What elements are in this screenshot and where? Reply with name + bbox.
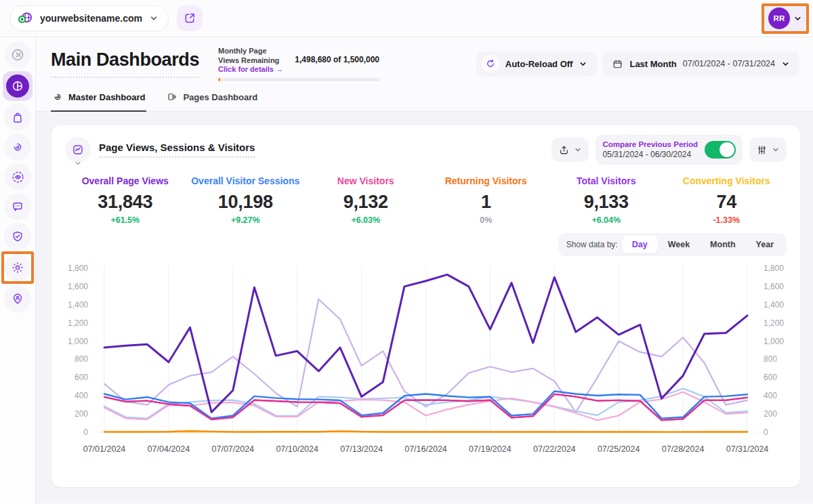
metric-value: 9,133 (546, 192, 667, 213)
spiral-icon (52, 91, 63, 102)
granularity-month[interactable]: Month (700, 236, 745, 253)
chart-plot[interactable] (93, 261, 758, 443)
sidebar-item-settings[interactable] (4, 254, 31, 281)
metric-delta: +6.03% (306, 215, 426, 225)
compare-range: 05/31/2024 - 06/30/2024 (602, 150, 698, 159)
compare-toggle[interactable] (705, 141, 736, 159)
metric-value: 1 (426, 192, 547, 213)
metric-delta: +6.04% (546, 215, 667, 225)
metric-overall-visitor-sessions[interactable]: Overall Visitor Sessions 10,198 +9.27% (186, 175, 306, 225)
sidebar-item-behavior[interactable] (4, 133, 31, 161)
y-axis-right: 1,8001,6001,4001,2001,0008006004002000 (758, 261, 787, 443)
content: Page Views, Sessions & Visitors Compare … (36, 112, 813, 503)
metric-value: 10,198 (186, 192, 306, 213)
quota-progress-fill (218, 78, 220, 81)
gear-icon (11, 261, 24, 274)
metric-label: Total Visitors (546, 175, 667, 186)
quota-progressbar (218, 78, 379, 81)
metric-value: 31,843 (65, 192, 186, 213)
spiral-icon (11, 140, 24, 154)
metric-value: 74 (667, 192, 787, 213)
settings-highlight-annotation (1, 251, 34, 284)
chart-settings-button[interactable] (749, 138, 787, 162)
sidebar-item-dashboards[interactable] (3, 71, 33, 101)
shield-check-icon (11, 230, 24, 243)
open-website-button[interactable] (177, 5, 203, 31)
website-selector[interactable]: yourwebsitename.com (9, 5, 169, 31)
quota-details-link[interactable]: Click for details → (218, 65, 288, 73)
page-header: Main Dashboards Monthly Page Views Remai… (36, 37, 813, 90)
metrics-row: Overall Page Views 31,843 +61.5% Overall… (65, 175, 787, 225)
avatar: RR (768, 7, 790, 29)
tab-label: Master Dashboard (68, 92, 145, 102)
chevron-down-icon (574, 146, 582, 154)
collapse-panel-icon[interactable] (4, 41, 31, 68)
sliders-icon (756, 144, 768, 156)
chevron-down-icon (772, 146, 780, 154)
eye-target-icon (11, 170, 25, 184)
export-button[interactable] (551, 138, 589, 162)
main-area: Main Dashboards Monthly Page Views Remai… (36, 37, 813, 504)
show-data-by-control: Show data by: Day Week Month Year (558, 233, 787, 256)
open-in-new-icon (183, 12, 196, 25)
metric-value: 9,132 (306, 192, 426, 213)
sidebar-item-ecommerce[interactable] (4, 104, 31, 131)
page-title: Main Dashboards (51, 49, 199, 78)
chevron-down-icon (74, 159, 82, 167)
metric-delta: 0% (426, 215, 547, 225)
chat-bubble-icon (11, 200, 24, 213)
metric-total-visitors[interactable]: Total Visitors 9,133 +6.04% (546, 175, 667, 225)
granularity-week[interactable]: Week (658, 236, 700, 253)
calendar-icon (612, 58, 623, 70)
date-range-picker[interactable]: Last Month 07/01/2024 - 07/31/2024 (602, 51, 799, 77)
metric-label: Overall Page Views (65, 175, 186, 186)
sidebar-item-feedback[interactable] (4, 193, 31, 220)
metric-new-visitors[interactable]: New Visitors 9,132 +6.03% (306, 175, 426, 225)
granularity-day[interactable]: Day (622, 236, 658, 253)
line-chart: 1,8001,6001,4001,2001,0008006004002000 1… (65, 261, 787, 459)
date-preset-label: Last Month (629, 59, 676, 69)
topbar: yourwebsitename.com RR (0, 0, 813, 37)
metric-delta: +61.5% (65, 215, 186, 225)
metric-overall-page-views[interactable]: Overall Page Views 31,843 +61.5% (65, 175, 186, 225)
metric-label: Converting Visitors (667, 175, 787, 186)
dashboard-tabs: Master Dashboard Pages Dashboard (36, 90, 813, 112)
website-logo-icon (17, 10, 33, 26)
metric-delta: +9.27% (186, 215, 306, 225)
date-range-value: 07/01/2024 - 07/31/2024 (683, 59, 775, 68)
quota-value: 1,498,680 of 1,500,000 (295, 55, 379, 64)
sidebar-item-session-recordings[interactable] (4, 163, 31, 190)
auto-reload-dropdown[interactable]: Auto-Reload Off (476, 51, 598, 77)
line-chart-icon (71, 143, 85, 156)
shopping-bag-icon (11, 110, 24, 124)
widget-card: Page Views, Sessions & Visitors Compare … (51, 125, 800, 487)
y-axis-left: 1,8001,6001,4001,2001,0008006004002000 (65, 261, 93, 443)
show-data-by-label: Show data by: (566, 240, 618, 249)
tab-master-dashboard[interactable]: Master Dashboard (51, 90, 146, 111)
sidebar (0, 37, 36, 504)
compare-label: Compare Previous Period (602, 140, 698, 148)
metric-label: Returning Visitors (426, 175, 547, 186)
refresh-icon (482, 55, 499, 72)
sidebar-item-visitor-location[interactable] (4, 285, 31, 312)
widget-title: Page Views, Sessions & Visitors (99, 142, 255, 158)
profile-menu[interactable]: RR (762, 3, 809, 34)
tab-pages-dashboard[interactable]: Pages Dashboard (165, 90, 259, 111)
chevron-down-icon (781, 60, 790, 68)
sidebar-item-privacy[interactable] (4, 223, 31, 250)
metric-converting-visitors[interactable]: Converting Visitors 74 -1.33% (667, 175, 787, 225)
website-name: yourwebsitename.com (40, 13, 142, 24)
widget-icon[interactable] (65, 137, 91, 163)
auto-reload-label: Auto-Reload Off (505, 59, 573, 69)
chevron-down-icon (793, 14, 802, 23)
granularity-year[interactable]: Year (746, 236, 784, 253)
metric-returning-visitors[interactable]: Returning Visitors 1 0% (426, 175, 547, 225)
compare-previous-period: Compare Previous Period 05/31/2024 - 06/… (596, 135, 743, 165)
chevron-down-icon (579, 60, 587, 68)
chevron-down-icon (149, 14, 159, 23)
metric-label: Overall Visitor Sessions (186, 175, 306, 186)
pages-icon (167, 91, 178, 102)
tab-label: Pages Dashboard (183, 92, 257, 102)
metric-delta: -1.33% (667, 215, 787, 225)
dashboards-icon (6, 75, 29, 98)
